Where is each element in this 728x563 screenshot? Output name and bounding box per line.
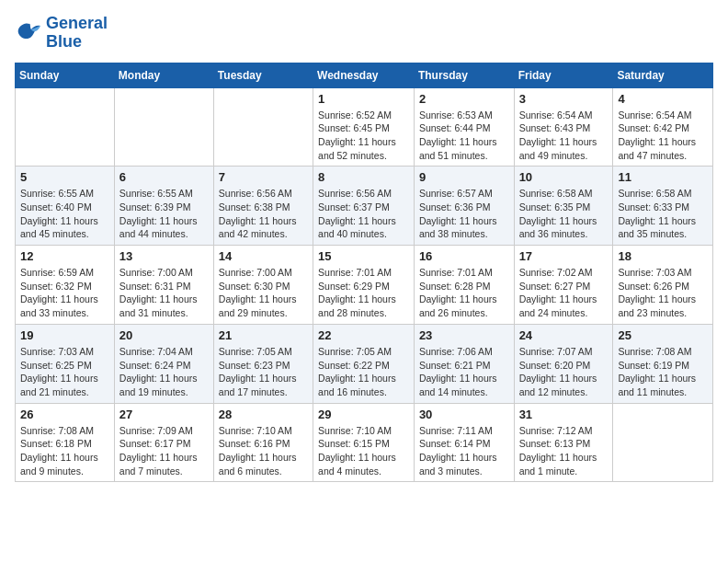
day-number: 20 (119, 328, 209, 342)
calendar-cell: 3Sunrise: 6:54 AM Sunset: 6:43 PM Daylig… (514, 87, 613, 167)
day-number: 13 (119, 249, 209, 263)
day-number: 24 (519, 328, 609, 342)
calendar-cell: 1Sunrise: 6:52 AM Sunset: 6:45 PM Daylig… (313, 87, 415, 167)
day-number: 4 (618, 92, 708, 106)
day-info: Sunrise: 7:02 AM Sunset: 6:27 PM Dayligh… (519, 266, 609, 320)
day-number: 9 (419, 170, 509, 184)
day-info: Sunrise: 6:55 AM Sunset: 6:40 PM Dayligh… (20, 187, 109, 241)
day-info: Sunrise: 6:58 AM Sunset: 6:35 PM Dayligh… (519, 187, 609, 241)
day-number: 2 (419, 92, 509, 106)
day-info: Sunrise: 7:04 AM Sunset: 6:24 PM Dayligh… (119, 345, 209, 399)
day-number: 5 (20, 170, 109, 184)
day-number: 10 (519, 170, 609, 184)
day-number: 30 (419, 408, 509, 421)
calendar-cell: 22Sunrise: 7:05 AM Sunset: 6:22 PM Dayli… (313, 324, 415, 403)
calendar-cell: 2Sunrise: 6:53 AM Sunset: 6:44 PM Daylig… (414, 87, 514, 167)
day-info: Sunrise: 6:56 AM Sunset: 6:37 PM Dayligh… (318, 187, 409, 241)
day-info: Sunrise: 6:57 AM Sunset: 6:36 PM Dayligh… (419, 187, 509, 241)
day-info: Sunrise: 6:55 AM Sunset: 6:39 PM Dayligh… (119, 187, 209, 241)
day-number: 8 (318, 170, 409, 184)
weekday-thursday: Thursday (414, 63, 514, 87)
calendar-cell (114, 87, 213, 167)
calendar-cell: 29Sunrise: 7:10 AM Sunset: 6:15 PM Dayli… (313, 403, 415, 482)
calendar-cell: 26Sunrise: 7:08 AM Sunset: 6:18 PM Dayli… (16, 403, 115, 482)
day-number: 26 (20, 408, 109, 421)
calendar-cell (613, 403, 713, 482)
calendar-cell: 6Sunrise: 6:55 AM Sunset: 6:39 PM Daylig… (114, 167, 213, 246)
calendar-cell: 10Sunrise: 6:58 AM Sunset: 6:35 PM Dayli… (514, 167, 613, 246)
calendar-cell: 25Sunrise: 7:08 AM Sunset: 6:19 PM Dayli… (613, 324, 713, 403)
day-number: 12 (20, 249, 109, 263)
day-info: Sunrise: 6:56 AM Sunset: 6:38 PM Dayligh… (219, 187, 308, 241)
calendar-cell: 21Sunrise: 7:05 AM Sunset: 6:23 PM Dayli… (213, 324, 313, 403)
week-row-5: 26Sunrise: 7:08 AM Sunset: 6:18 PM Dayli… (16, 403, 713, 482)
weekday-saturday: Saturday (613, 63, 713, 87)
calendar-table: SundayMondayTuesdayWednesdayThursdayFrid… (15, 63, 713, 483)
day-info: Sunrise: 7:05 AM Sunset: 6:22 PM Dayligh… (318, 345, 409, 399)
calendar-cell: 16Sunrise: 7:01 AM Sunset: 6:28 PM Dayli… (414, 246, 514, 325)
calendar-cell: 24Sunrise: 7:07 AM Sunset: 6:20 PM Dayli… (514, 324, 613, 403)
day-info: Sunrise: 6:53 AM Sunset: 6:44 PM Dayligh… (419, 109, 509, 163)
calendar-cell: 27Sunrise: 7:09 AM Sunset: 6:17 PM Dayli… (114, 403, 213, 482)
day-info: Sunrise: 6:54 AM Sunset: 6:42 PM Dayligh… (618, 109, 708, 163)
day-info: Sunrise: 6:52 AM Sunset: 6:45 PM Dayligh… (318, 109, 409, 163)
day-info: Sunrise: 7:07 AM Sunset: 6:20 PM Dayligh… (519, 345, 609, 399)
day-number: 28 (219, 408, 308, 421)
weekday-header-row: SundayMondayTuesdayWednesdayThursdayFrid… (16, 63, 713, 87)
week-row-3: 12Sunrise: 6:59 AM Sunset: 6:32 PM Dayli… (16, 246, 713, 325)
week-row-1: 1Sunrise: 6:52 AM Sunset: 6:45 PM Daylig… (16, 87, 713, 167)
day-info: Sunrise: 7:08 AM Sunset: 6:18 PM Dayligh… (20, 424, 109, 478)
week-row-4: 19Sunrise: 7:03 AM Sunset: 6:25 PM Dayli… (16, 324, 713, 403)
weekday-wednesday: Wednesday (313, 63, 415, 87)
day-number: 14 (219, 249, 308, 263)
day-number: 21 (219, 328, 308, 342)
calendar-cell: 31Sunrise: 7:12 AM Sunset: 6:13 PM Dayli… (514, 403, 613, 482)
logo-text: General Blue (46, 15, 108, 52)
calendar-cell: 13Sunrise: 7:00 AM Sunset: 6:31 PM Dayli… (114, 246, 213, 325)
day-number: 1 (318, 92, 409, 106)
day-info: Sunrise: 7:03 AM Sunset: 6:25 PM Dayligh… (20, 345, 109, 399)
weekday-monday: Monday (114, 63, 213, 87)
day-number: 23 (419, 328, 509, 342)
day-number: 7 (219, 170, 308, 184)
calendar-cell (16, 87, 115, 167)
calendar-cell: 9Sunrise: 6:57 AM Sunset: 6:36 PM Daylig… (414, 167, 514, 246)
calendar-cell: 17Sunrise: 7:02 AM Sunset: 6:27 PM Dayli… (514, 246, 613, 325)
day-number: 16 (419, 249, 509, 263)
day-info: Sunrise: 7:00 AM Sunset: 6:31 PM Dayligh… (119, 266, 209, 320)
page-header: General Blue (15, 15, 713, 52)
calendar-cell: 14Sunrise: 7:00 AM Sunset: 6:30 PM Dayli… (213, 246, 313, 325)
calendar-cell: 20Sunrise: 7:04 AM Sunset: 6:24 PM Dayli… (114, 324, 213, 403)
week-row-2: 5Sunrise: 6:55 AM Sunset: 6:40 PM Daylig… (16, 167, 713, 246)
day-info: Sunrise: 6:54 AM Sunset: 6:43 PM Dayligh… (519, 109, 609, 163)
calendar-cell: 12Sunrise: 6:59 AM Sunset: 6:32 PM Dayli… (16, 246, 115, 325)
day-info: Sunrise: 7:12 AM Sunset: 6:13 PM Dayligh… (519, 424, 609, 478)
day-info: Sunrise: 7:08 AM Sunset: 6:19 PM Dayligh… (618, 345, 708, 399)
calendar-cell: 15Sunrise: 7:01 AM Sunset: 6:29 PM Dayli… (313, 246, 415, 325)
calendar-cell: 4Sunrise: 6:54 AM Sunset: 6:42 PM Daylig… (613, 87, 713, 167)
weekday-tuesday: Tuesday (213, 63, 313, 87)
day-info: Sunrise: 7:05 AM Sunset: 6:23 PM Dayligh… (219, 345, 308, 399)
day-number: 27 (119, 408, 209, 421)
day-number: 31 (519, 408, 609, 421)
day-number: 11 (618, 170, 708, 184)
day-info: Sunrise: 6:58 AM Sunset: 6:33 PM Dayligh… (618, 187, 708, 241)
day-number: 17 (519, 249, 609, 263)
logo-icon (15, 20, 42, 46)
calendar-cell: 5Sunrise: 6:55 AM Sunset: 6:40 PM Daylig… (16, 167, 115, 246)
calendar-cell: 18Sunrise: 7:03 AM Sunset: 6:26 PM Dayli… (613, 246, 713, 325)
day-number: 19 (20, 328, 109, 342)
calendar-cell: 8Sunrise: 6:56 AM Sunset: 6:37 PM Daylig… (313, 167, 415, 246)
calendar-cell: 19Sunrise: 7:03 AM Sunset: 6:25 PM Dayli… (16, 324, 115, 403)
weekday-sunday: Sunday (16, 63, 115, 87)
calendar-cell: 30Sunrise: 7:11 AM Sunset: 6:14 PM Dayli… (414, 403, 514, 482)
day-info: Sunrise: 7:09 AM Sunset: 6:17 PM Dayligh… (119, 424, 209, 478)
day-info: Sunrise: 7:00 AM Sunset: 6:30 PM Dayligh… (219, 266, 308, 320)
weekday-friday: Friday (514, 63, 613, 87)
day-number: 25 (618, 328, 708, 342)
day-number: 15 (318, 249, 409, 263)
day-info: Sunrise: 7:01 AM Sunset: 6:28 PM Dayligh… (419, 266, 509, 320)
day-number: 3 (519, 92, 609, 106)
calendar-cell: 23Sunrise: 7:06 AM Sunset: 6:21 PM Dayli… (414, 324, 514, 403)
day-number: 29 (318, 408, 409, 421)
